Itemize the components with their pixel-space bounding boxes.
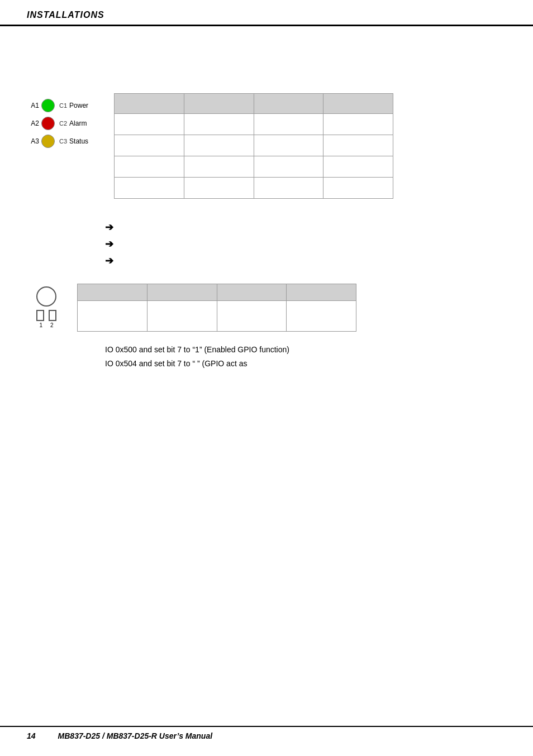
arrow-line-1: ➔ — [105, 221, 506, 233]
page-footer: 14 MB837-D25 / MB837-D25-R User’s Manual — [0, 726, 533, 745]
connector-circle — [36, 286, 56, 307]
led-text-power: Power — [69, 102, 97, 109]
arrow-icon-1: ➔ — [105, 221, 113, 233]
led-diagram: A1 C1 Power A2 C2 Alarm A3 C3 Status — [27, 99, 97, 152]
led-row-status: A3 C3 Status — [27, 135, 97, 148]
status-table-header-row — [115, 94, 393, 114]
led-text-alarm: Alarm — [69, 119, 97, 127]
led-circle-red — [41, 117, 55, 130]
led-table-section: A1 C1 Power A2 C2 Alarm A3 C3 Status — [27, 93, 506, 199]
table-row — [115, 114, 393, 135]
io-text-section: IO 0x500 and set bit 7 to “1” (Enabled G… — [27, 343, 506, 371]
connector-pin-1 — [36, 310, 44, 321]
led-row-power: A1 C1 Power — [27, 99, 97, 112]
footer-page-number: 14 — [27, 731, 36, 740]
table-cell — [287, 301, 356, 332]
io-text-line-1: IO 0x500 and set bit 7 to “1” (Enabled G… — [105, 343, 506, 357]
gpio-connector-diagram: 1 2 — [27, 286, 66, 328]
connector-pins — [36, 310, 56, 321]
table-row — [78, 301, 356, 332]
arrow-icon-3: ➔ — [105, 255, 113, 267]
table-cell — [323, 156, 393, 178]
gpio-col-2-header — [147, 284, 217, 301]
table-cell — [115, 178, 184, 199]
led-circle-yellow — [41, 135, 55, 148]
table-cell — [184, 135, 254, 156]
gpio-col-3-header — [217, 284, 287, 301]
status-col-2-header — [184, 94, 254, 114]
led-connector-c2: C2 — [59, 120, 67, 127]
arrow-icon-2: ➔ — [105, 238, 113, 250]
led-label-a1: A1 — [27, 102, 39, 109]
page-container: INSTALLATIONS A1 C1 Power A2 C2 Alarm — [0, 0, 533, 756]
io-text-line-2: IO 0x504 and set bit 7 to “ ” (GPIO act … — [105, 357, 506, 371]
page-header: INSTALLATIONS — [0, 0, 533, 26]
arrow-section: ➔ ➔ ➔ — [27, 221, 506, 267]
table-cell — [184, 114, 254, 135]
table-row — [115, 156, 393, 178]
connector-pin-2 — [49, 310, 56, 321]
gpio-table — [77, 284, 356, 332]
led-connector-c3: C3 — [59, 138, 67, 145]
main-content: A1 C1 Power A2 C2 Alarm A3 C3 Status — [0, 26, 533, 382]
table-cell — [254, 156, 323, 178]
led-row-alarm: A2 C2 Alarm — [27, 117, 97, 130]
table-cell — [217, 301, 287, 332]
arrow-line-3: ➔ — [105, 255, 506, 267]
led-connector-c1: C1 — [59, 102, 67, 109]
gpio-col-4-header — [287, 284, 356, 301]
pin-label-1: 1 — [39, 322, 42, 328]
gpio-col-1-header — [78, 284, 147, 301]
table-row — [115, 135, 393, 156]
table-cell — [78, 301, 147, 332]
status-col-1-header — [115, 94, 184, 114]
footer-manual-title: MB837-D25 / MB837-D25-R User’s Manual — [58, 731, 212, 740]
table-cell — [184, 178, 254, 199]
table-cell — [254, 135, 323, 156]
table-cell — [147, 301, 217, 332]
led-label-a3: A3 — [27, 137, 39, 145]
page-section-title: INSTALLATIONS — [27, 10, 104, 20]
connector-pin-labels: 1 2 — [39, 322, 53, 328]
table-cell — [323, 178, 393, 199]
table-cell — [115, 114, 184, 135]
table-cell — [323, 135, 393, 156]
table-cell — [184, 156, 254, 178]
table-row — [115, 178, 393, 199]
gpio-section: 1 2 — [27, 284, 506, 332]
status-col-4-header — [323, 94, 393, 114]
arrow-line-2: ➔ — [105, 238, 506, 250]
table-cell — [323, 114, 393, 135]
table-cell — [115, 135, 184, 156]
pin-label-2: 2 — [50, 322, 54, 328]
led-circle-green — [41, 99, 55, 112]
table-cell — [254, 114, 323, 135]
gpio-table-header-row — [78, 284, 356, 301]
table-cell — [254, 178, 323, 199]
status-col-3-header — [254, 94, 323, 114]
table-cell — [115, 156, 184, 178]
led-text-status: Status — [69, 137, 97, 145]
led-label-a2: A2 — [27, 119, 39, 127]
status-table — [114, 93, 393, 199]
